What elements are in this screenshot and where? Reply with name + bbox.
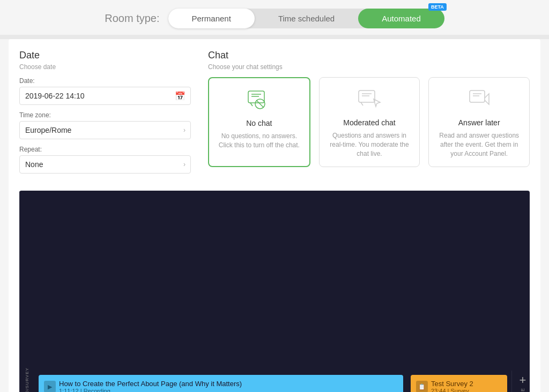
- timeline-section: VIDEO/SURVEY ▶ How to Create the Perfect…: [19, 191, 530, 392]
- date-input-wrapper: 📅: [19, 87, 191, 105]
- video-survey-content: ▶ How to Create the Perfect About Page (…: [34, 371, 511, 392]
- video-add-area: + FILE: [511, 371, 530, 392]
- survey-block-icon: 📋: [416, 381, 428, 392]
- repeat-wrapper: None ›: [19, 155, 191, 174]
- timezone-label: Time zone:: [19, 111, 191, 119]
- video-block[interactable]: ▶ How to Create the Perfect About Page (…: [39, 375, 403, 392]
- svg-line-9: [361, 102, 363, 105]
- content-wrapper: Date Choose date Date: 📅 Time zone: Euro…: [0, 39, 549, 392]
- video-add-label: FILE: [520, 388, 525, 392]
- survey-block[interactable]: 📋 Test Survey 2 23:44 | Survey: [411, 375, 507, 392]
- date-input[interactable]: [19, 87, 191, 105]
- video-survey-label: VIDEO/SURVEY: [19, 191, 34, 392]
- room-type-automated[interactable]: Automated BETA: [358, 9, 444, 28]
- no-chat-icon: [216, 87, 303, 115]
- chat-options: No chat No questions, no answers. Click …: [208, 77, 530, 167]
- chat-option-no-chat[interactable]: No chat No questions, no answers. Click …: [208, 77, 310, 167]
- repeat-label: Repeat:: [19, 146, 191, 153]
- inner-card: Date Choose date Date: 📅 Time zone: Euro…: [9, 39, 540, 392]
- beta-badge: BETA: [428, 3, 447, 11]
- chat-section-subtitle: Choose your chat settings: [208, 63, 530, 71]
- date-section-title: Date: [19, 50, 191, 61]
- moderated-chat-title: Moderated chat: [326, 118, 413, 127]
- divider: [0, 35, 549, 39]
- date-field-label: Date:: [19, 77, 191, 85]
- video-block-title: How to Create the Perfect About Page (an…: [59, 380, 242, 388]
- svg-line-3: [250, 103, 253, 106]
- repeat-select[interactable]: None: [19, 155, 191, 174]
- room-type-time-scheduled[interactable]: Time scheduled: [255, 9, 358, 28]
- svg-rect-10: [470, 91, 485, 102]
- chat-option-moderated[interactable]: Moderated chat Questions and answers in …: [319, 77, 420, 167]
- no-chat-title: No chat: [216, 119, 303, 127]
- room-type-permanent[interactable]: Permanent: [168, 9, 255, 28]
- survey-block-title: Test Survey 2: [431, 380, 473, 388]
- chat-option-answer-later[interactable]: Answer later Read and answer questions a…: [428, 77, 530, 167]
- chat-section: Chat Choose your chat settings: [208, 50, 530, 180]
- answer-later-title: Answer later: [435, 118, 523, 127]
- calendar-icon: 📅: [175, 91, 186, 101]
- date-section: Date Choose date Date: 📅 Time zone: Euro…: [19, 50, 191, 180]
- svg-line-5: [257, 101, 263, 107]
- moderated-chat-icon: [326, 86, 413, 114]
- top-section: Date Choose date Date: 📅 Time zone: Euro…: [19, 50, 530, 180]
- date-section-subtitle: Choose date: [19, 63, 191, 71]
- video-survey-track: VIDEO/SURVEY ▶ How to Create the Perfect…: [19, 191, 530, 392]
- answer-later-desc: Read and answer questions after the even…: [435, 131, 523, 158]
- room-type-label: Room type:: [105, 12, 159, 25]
- room-type-options: Permanent Time scheduled Automated BETA: [168, 9, 444, 28]
- no-chat-desc: No questions, no answers. Click this to …: [216, 132, 303, 150]
- room-type-bar: Room type: Permanent Time scheduled Auto…: [0, 0, 549, 35]
- timezone-select[interactable]: Europe/Rome: [19, 121, 191, 139]
- timezone-wrapper: Europe/Rome ›: [19, 121, 191, 139]
- answer-later-icon: [435, 86, 523, 114]
- chat-section-title: Chat: [208, 50, 530, 61]
- video-block-meta: 1:11:12 | Recording: [59, 388, 242, 393]
- svg-rect-6: [359, 91, 375, 102]
- moderated-chat-desc: Questions and answers in real-time. You …: [326, 131, 413, 158]
- survey-block-meta: 23:44 | Survey: [431, 388, 473, 393]
- video-block-icon: ▶: [44, 381, 56, 392]
- video-add-button[interactable]: +: [515, 373, 530, 388]
